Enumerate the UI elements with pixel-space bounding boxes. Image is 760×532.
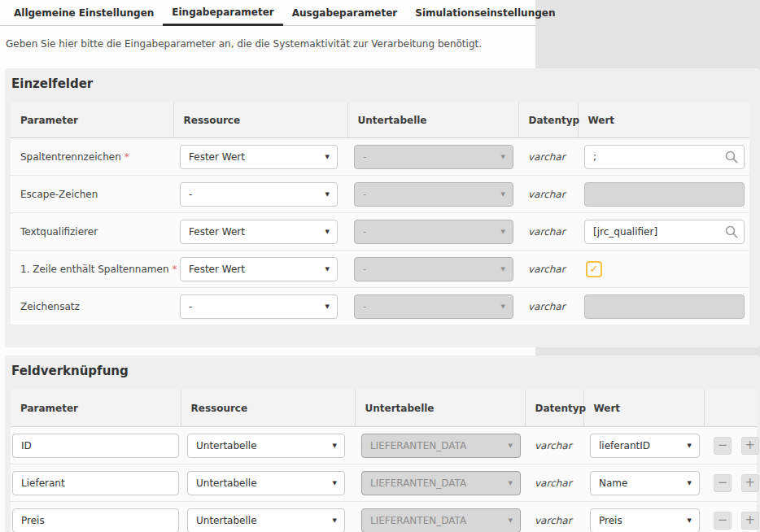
select-value: -: [363, 151, 366, 163]
datentyp-value: varchar: [528, 226, 566, 238]
plus-icon: +: [745, 514, 756, 526]
feldverknuepfung-title: Feldverknüpfung: [5, 355, 760, 378]
search-icon[interactable]: [725, 150, 738, 164]
wert-checkbox[interactable]: ✓: [586, 261, 602, 277]
chevron-down-icon: ▼: [501, 303, 505, 310]
parameter-label: Textqualifizierer: [20, 226, 98, 238]
tab-ausgabeparameter[interactable]: Ausgabeparameter: [283, 0, 407, 25]
tab-bar: Allgemeine Einstellungen Eingabeparamete…: [0, 0, 535, 68]
minus-icon: −: [718, 439, 728, 451]
column-header-untertabelle: Untertabelle: [347, 102, 518, 138]
add-row-button[interactable]: +: [741, 512, 759, 530]
chevron-down-icon: ▼: [688, 443, 692, 449]
select-value: Untertabelle: [196, 440, 257, 451]
chevron-down-icon: ▼: [509, 443, 513, 449]
tab-allgemeine-einstellungen[interactable]: Allgemeine Einstellungen: [5, 0, 163, 25]
plus-icon: +: [745, 477, 756, 489]
datentyp-value: varchar: [535, 440, 572, 451]
select-value: -: [363, 226, 366, 238]
wert-select[interactable]: lieferantID▼: [590, 434, 700, 458]
column-header-ressource: Ressource: [181, 390, 355, 427]
select-value: -: [363, 189, 366, 200]
required-asterisk: *: [124, 151, 129, 163]
column-header-wert: Wert: [583, 390, 704, 427]
wert-select[interactable]: Preis▼: [590, 508, 700, 532]
parameter-label: Escape-Zeichen: [20, 189, 98, 200]
untertabelle-select-disabled: -▼: [354, 257, 513, 281]
parameter-label: Zeichensatz: [20, 301, 80, 312]
minus-icon: −: [718, 477, 728, 489]
ressource-select[interactable]: Fester Wert▼: [180, 145, 338, 169]
add-row-button[interactable]: +: [741, 474, 759, 492]
tab-eingabeparameter[interactable]: Eingabeparameter: [163, 0, 282, 26]
select-value: -: [189, 189, 192, 200]
select-value: Preis: [599, 515, 622, 526]
table-row: Untertabelle▼ LIEFERANTEN_DATA▼ varchar …: [11, 427, 757, 464]
table-row: Untertabelle▼ LIEFERANTEN_DATA▼ varchar …: [11, 464, 757, 502]
table-header-row: Parameter Ressource Untertabelle Datenty…: [11, 390, 757, 427]
datentyp-value: varchar: [535, 477, 572, 489]
chevron-down-icon: ▼: [333, 480, 337, 486]
ressource-select[interactable]: -▼: [180, 182, 338, 207]
datentyp-value: varchar: [535, 515, 572, 526]
datentyp-value: varchar: [528, 264, 566, 275]
search-icon[interactable]: [725, 225, 738, 238]
select-value: -: [363, 301, 366, 312]
column-header-parameter: Parameter: [11, 102, 173, 138]
chevron-down-icon: ▼: [325, 154, 330, 160]
wert-search-field: [584, 220, 745, 244]
parameter-input[interactable]: [12, 508, 179, 532]
wert-input[interactable]: [584, 220, 745, 244]
table-row: Untertabelle▼ LIEFERANTEN_DATA▼ varchar …: [11, 502, 757, 532]
ressource-select[interactable]: Untertabelle▼: [187, 434, 345, 458]
ressource-select[interactable]: Untertabelle▼: [187, 508, 345, 532]
parameter-input[interactable]: [12, 471, 179, 495]
untertabelle-select-disabled: LIEFERANTEN_DATA▼: [361, 508, 521, 532]
chevron-down-icon: ▼: [501, 266, 505, 273]
datentyp-value: varchar: [528, 301, 566, 312]
select-value: -: [363, 264, 366, 275]
select-value: Fester Wert: [189, 264, 245, 275]
required-asterisk: *: [173, 264, 177, 275]
column-header-datentyp: Datentyp: [518, 102, 578, 138]
chevron-down-icon: ▼: [688, 480, 692, 486]
einzelfelder-title: Einzelfelder: [5, 68, 760, 91]
chevron-down-icon: ▼: [333, 443, 337, 449]
ressource-select[interactable]: Untertabelle▼: [187, 471, 345, 495]
chevron-down-icon: ▼: [325, 266, 330, 273]
minus-icon: −: [718, 514, 728, 526]
chevron-down-icon: ▼: [501, 191, 505, 198]
remove-row-button[interactable]: −: [714, 437, 732, 455]
remove-row-button[interactable]: −: [714, 512, 732, 530]
parameter-input[interactable]: [12, 434, 179, 458]
ressource-select[interactable]: Fester Wert▼: [180, 257, 338, 281]
wert-input-disabled: [584, 294, 745, 319]
add-row-button[interactable]: +: [741, 437, 759, 455]
wert-select[interactable]: Name▼: [590, 471, 700, 495]
page-description: Geben Sie hier bitte die Eingabeparamete…: [6, 38, 535, 50]
chevron-down-icon: ▼: [501, 229, 505, 235]
tab-simulationseinstellungen[interactable]: Simulationseinstellungen: [406, 0, 564, 25]
table-row: Zeichensatz -▼ -▼ varchar: [11, 288, 749, 325]
select-value: Name: [599, 477, 627, 489]
feldverknuepfung-panel: Feldverknüpfung Parameter Ressource Unte…: [5, 355, 760, 532]
untertabelle-select-disabled: LIEFERANTEN_DATA▼: [361, 434, 521, 458]
select-value: lieferantID: [599, 440, 650, 451]
parameter-label: 1. Zeile enthält Spaltennamen: [20, 264, 169, 275]
einzelfelder-table: Parameter Ressource Untertabelle Datenty…: [11, 102, 749, 325]
chevron-down-icon: ▼: [333, 517, 337, 524]
wert-input[interactable]: [584, 145, 745, 169]
untertabelle-select-disabled: -▼: [354, 145, 513, 169]
ressource-select[interactable]: Fester Wert▼: [180, 220, 338, 244]
ressource-select[interactable]: -▼: [180, 294, 338, 319]
select-value: LIEFERANTEN_DATA: [370, 515, 466, 526]
chevron-down-icon: ▼: [325, 191, 330, 198]
column-header-ressource: Ressource: [173, 102, 347, 138]
remove-row-button[interactable]: −: [714, 474, 732, 492]
untertabelle-select-disabled: -▼: [354, 220, 513, 244]
feldverknuepfung-table: Parameter Ressource Untertabelle Datenty…: [11, 390, 757, 532]
plus-icon: +: [745, 439, 756, 451]
datentyp-value: varchar: [528, 151, 566, 163]
check-icon: ✓: [590, 264, 599, 274]
select-value: Fester Wert: [189, 151, 245, 163]
